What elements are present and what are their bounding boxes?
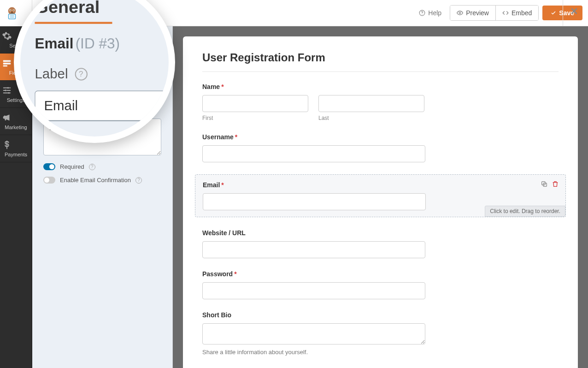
username-input[interactable]	[202, 145, 425, 162]
email-confirmation-toggle[interactable]	[43, 177, 55, 184]
svg-rect-13	[3, 63, 11, 65]
mag-field-id: (ID #3)	[76, 36, 120, 52]
nav-item-payments[interactable]: Payments	[0, 135, 32, 162]
field-password[interactable]: Password*	[202, 270, 559, 299]
field-website[interactable]: Website / URL	[202, 229, 559, 258]
required-toggle-label: Required	[60, 163, 84, 170]
check-icon	[551, 10, 556, 16]
name-last-input[interactable]	[318, 95, 424, 112]
field-name[interactable]: Name* First Last	[202, 83, 559, 121]
svg-point-16	[5, 89, 6, 91]
field-label: Password*	[202, 270, 559, 278]
help-icon[interactable]: ?	[89, 164, 95, 170]
wpforms-logo-icon	[4, 5, 20, 22]
svg-point-3	[8, 7, 16, 15]
field-label: Website / URL	[202, 229, 559, 237]
field-label: Username*	[202, 133, 559, 141]
help-icon: ?	[75, 68, 87, 80]
field-label: Short Bio	[202, 311, 559, 319]
delete-field-button[interactable]	[552, 180, 559, 188]
field-label: Name*	[202, 83, 559, 90]
password-input[interactable]	[202, 282, 425, 299]
trash-icon	[552, 180, 559, 188]
field-label: Email*	[203, 181, 558, 189]
mag-label-label: Label	[35, 66, 68, 82]
svg-point-1	[422, 14, 423, 14]
svg-rect-12	[3, 60, 11, 62]
svg-point-17	[8, 92, 10, 94]
bullhorn-icon	[2, 113, 30, 123]
help-link[interactable]: Help	[419, 9, 441, 17]
mag-tab-general: General	[35, 0, 162, 22]
mag-field-name: Email	[35, 36, 74, 52]
email-confirmation-label: Enable Email Confirmation	[60, 177, 131, 184]
name-first-input[interactable]	[202, 95, 308, 112]
dollar-icon	[2, 140, 30, 150]
svg-point-6	[10, 10, 11, 11]
mag-tab-underline	[35, 22, 112, 24]
form-title: User Registration Form	[202, 51, 559, 72]
duplicate-field-button[interactable]	[541, 180, 548, 188]
nav-item-marketing[interactable]: Marketing	[0, 108, 32, 135]
close-builder-button[interactable]	[568, 6, 581, 16]
svg-rect-9	[8, 14, 15, 19]
svg-point-7	[13, 10, 14, 11]
reorder-hint: Click to edit. Drag to reorder.	[485, 206, 565, 217]
preview-button[interactable]: Preview	[450, 6, 495, 20]
embed-button[interactable]: Embed	[495, 6, 538, 20]
svg-point-15	[7, 87, 9, 89]
first-sublabel: First	[202, 115, 308, 121]
website-input[interactable]	[202, 241, 425, 258]
svg-rect-14	[3, 65, 7, 67]
field-shortbio[interactable]: Short Bio Share a little information abo…	[202, 311, 559, 356]
shortbio-hint: Share a little information about yoursel…	[202, 349, 559, 356]
help-icon[interactable]: ?	[135, 177, 142, 184]
code-icon	[502, 10, 509, 16]
mag-label-input: Email	[35, 91, 171, 121]
close-icon	[570, 6, 579, 16]
copy-icon	[541, 180, 548, 188]
email-input[interactable]	[203, 193, 426, 210]
svg-point-2	[459, 12, 461, 14]
help-icon	[419, 10, 425, 16]
shortbio-input[interactable]	[202, 323, 425, 344]
field-email-selected[interactable]: Email* Click to edit. Drag to reorder.	[195, 174, 566, 217]
form-preview: User Registration Form Name* First Last	[173, 0, 588, 368]
field-username[interactable]: Username*	[202, 133, 559, 162]
svg-point-8	[11, 12, 13, 13]
last-sublabel: Last	[318, 115, 424, 121]
eye-icon	[457, 10, 463, 16]
required-toggle[interactable]	[43, 163, 55, 170]
